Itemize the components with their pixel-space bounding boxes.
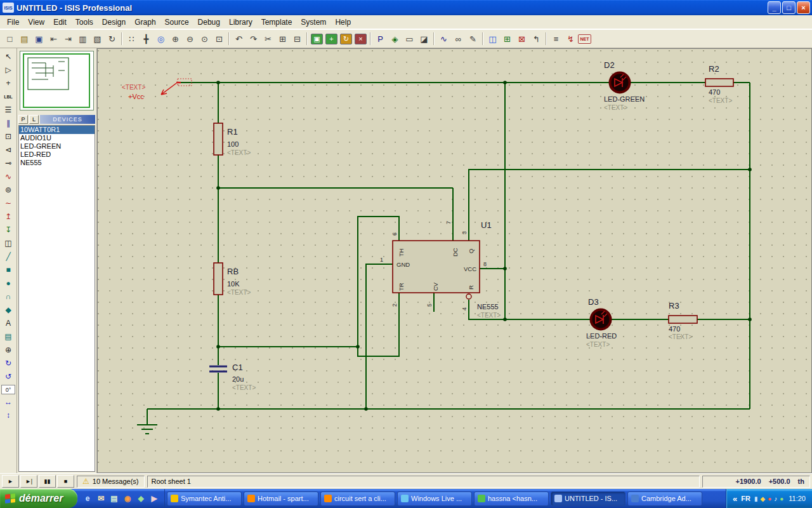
led-d3[interactable]: D3 LED-RED <TEXT>: [586, 297, 617, 348]
block-copy-button[interactable]: ▣: [311, 34, 323, 44]
netlist-compiler-button[interactable]: NET: [578, 34, 591, 44]
taskbar-task-0[interactable]: Symantec Anti...: [167, 491, 242, 506]
sim-pause-button[interactable]: ▮▮: [39, 475, 56, 488]
graphics-symbol-icon[interactable]: ▤: [1, 330, 16, 343]
menu-debug[interactable]: Debug: [193, 16, 225, 29]
graphics-text-icon[interactable]: A: [1, 317, 16, 330]
tray-antivirus-icon[interactable]: ◆: [760, 495, 765, 502]
overview-panel[interactable]: [20, 51, 94, 110]
library-button[interactable]: L: [29, 115, 39, 124]
packaging-tool-button[interactable]: ▭: [402, 32, 417, 46]
new-file-button[interactable]: □: [3, 32, 17, 46]
resistor-r2[interactable]: R2 470 <TEXT>: [705, 64, 733, 104]
device-pin-mode-icon[interactable]: ⊸: [1, 157, 16, 170]
taskbar-task-5[interactable]: UNTITLED - IS...: [551, 491, 625, 506]
new-root-sheet-button[interactable]: ⊞: [500, 32, 514, 46]
taskbar-task-3[interactable]: Windows Live ...: [397, 491, 472, 506]
zoom-in-button[interactable]: ⊕: [168, 32, 183, 46]
rotate-anticlockwise-icon[interactable]: ↺: [1, 370, 16, 383]
quick-launch-firefox-icon[interactable]: ◉: [122, 493, 133, 504]
bus-mode-icon[interactable]: ∥: [1, 117, 16, 130]
resistor-r3[interactable]: R3 470 <TEXT>: [669, 301, 697, 340]
menu-tools[interactable]: Tools: [71, 16, 98, 29]
start-button[interactable]: démarrer: [0, 489, 77, 508]
sim-stop-button[interactable]: ■: [57, 475, 74, 488]
taskbar-task-6[interactable]: Cambridge Ad...: [627, 491, 702, 506]
menu-view[interactable]: View: [23, 16, 49, 29]
rotation-angle-display[interactable]: 0°: [1, 385, 15, 394]
search-tag-button[interactable]: ∞: [451, 32, 466, 46]
resistor-rb[interactable]: RB 10K <TEXT>: [214, 263, 251, 296]
subcircuit-mode-icon[interactable]: ⊡: [1, 130, 16, 143]
maximize-button[interactable]: □: [782, 1, 796, 14]
pick-device-button[interactable]: P: [373, 32, 388, 46]
block-move-button[interactable]: +: [325, 34, 337, 44]
paste-button[interactable]: ⊟: [290, 32, 304, 46]
current-probe-mode-icon[interactable]: ↧: [1, 224, 16, 236]
menu-help[interactable]: Help: [331, 16, 355, 29]
center-at-cursor-button[interactable]: ◎: [154, 32, 168, 46]
mark-output-area-button[interactable]: ▧: [90, 32, 105, 46]
decompose-button[interactable]: ◪: [417, 32, 431, 46]
led-d2[interactable]: D2 LED-GREEN <TEXT>: [604, 60, 645, 111]
device-item-led-green[interactable]: LED-GREEN: [19, 142, 95, 150]
remove-sheet-button[interactable]: ⊠: [514, 32, 529, 46]
taskbar-task-4[interactable]: hassna <hasn...: [474, 491, 549, 506]
taskbar-task-2[interactable]: circuit sert a cli...: [320, 491, 395, 506]
zoom-out-button[interactable]: ⊖: [183, 32, 197, 46]
menu-edit[interactable]: Edit: [49, 16, 71, 29]
menu-system[interactable]: System: [296, 16, 331, 29]
wire-autorouter-button[interactable]: ∿: [436, 32, 451, 46]
tape-recorder-mode-icon[interactable]: ⊚: [1, 184, 16, 196]
taskbar-task-1[interactable]: Hotmail - spart...: [244, 491, 318, 506]
graphics-path-icon[interactable]: ◆: [1, 304, 16, 316]
component-mode-icon[interactable]: ▷: [1, 64, 16, 76]
rotate-clockwise-icon[interactable]: ↻: [1, 357, 16, 370]
minimize-button[interactable]: _: [768, 1, 781, 14]
menu-source[interactable]: Source: [160, 16, 193, 29]
make-device-button[interactable]: ◈: [388, 32, 402, 46]
redo-button[interactable]: ↷: [246, 32, 261, 46]
toggle-grid-button[interactable]: ∷: [124, 32, 139, 46]
quick-launch-media-icon[interactable]: ▶: [148, 493, 160, 504]
export-section-button[interactable]: ⇥: [61, 32, 75, 46]
menu-design[interactable]: Design: [98, 16, 130, 29]
open-design-button[interactable]: ▤: [17, 32, 32, 46]
generator-mode-icon[interactable]: ∼: [1, 197, 16, 210]
bill-of-materials-button[interactable]: ≡: [549, 32, 563, 46]
design-explorer-button[interactable]: ◫: [485, 32, 500, 46]
mirror-horizontal-icon[interactable]: ↔: [1, 396, 16, 408]
graphics-line-icon[interactable]: ╱: [1, 250, 16, 263]
sim-step-button[interactable]: ►|: [20, 475, 37, 488]
text-script-mode-icon[interactable]: ☰: [1, 104, 16, 116]
menu-file[interactable]: File: [3, 16, 23, 29]
capacitor-c1[interactable]: C1 20u <TEXT>: [209, 363, 256, 391]
resistor-r1[interactable]: R1 100 <TEXT>: [214, 123, 251, 156]
ic-u1-ne555[interactable]: U1 NE555 <TEXT> TH DC Q GND VCC TR CV R …: [380, 220, 501, 319]
device-item-10watt0r1[interactable]: 10WATT0R1: [19, 126, 95, 134]
tray-network-icon[interactable]: ▮: [754, 495, 758, 502]
block-delete-button[interactable]: ×: [355, 34, 367, 44]
property-assignment-button[interactable]: ✎: [466, 32, 480, 46]
tray-messenger-icon[interactable]: ●: [780, 495, 783, 502]
selection-mode-icon[interactable]: ↖: [1, 50, 16, 63]
save-design-button[interactable]: ▣: [32, 32, 46, 46]
device-item-ne555[interactable]: NE555: [19, 159, 95, 167]
junction-dot-mode-icon[interactable]: +: [1, 77, 16, 90]
quick-launch-mail-icon[interactable]: ✉: [95, 493, 107, 504]
copy-button[interactable]: ⊞: [275, 32, 290, 46]
graphics-marker-icon[interactable]: ⊕: [1, 344, 16, 356]
terminal-mode-icon[interactable]: ⊲: [1, 144, 16, 156]
tray-volume-icon[interactable]: ♪: [774, 495, 777, 502]
block-rotate-button[interactable]: ↻: [340, 34, 352, 44]
tray-collapse-icon[interactable]: «: [733, 494, 737, 504]
goto-sheet-button[interactable]: ↰: [529, 32, 544, 46]
menu-library[interactable]: Library: [225, 16, 257, 29]
schematic-canvas[interactable]: <TEXT> +Vcc R1 100 <TEXT> RB 10K <TEXT>: [97, 48, 812, 473]
tray-status-icon[interactable]: ●: [768, 495, 771, 502]
undo-button[interactable]: ↶: [232, 32, 246, 46]
mirror-vertical-icon[interactable]: ↕: [1, 409, 16, 422]
language-indicator[interactable]: FR: [741, 495, 750, 502]
import-section-button[interactable]: ⇤: [46, 32, 61, 46]
graphics-circle-icon[interactable]: ●: [1, 277, 16, 290]
